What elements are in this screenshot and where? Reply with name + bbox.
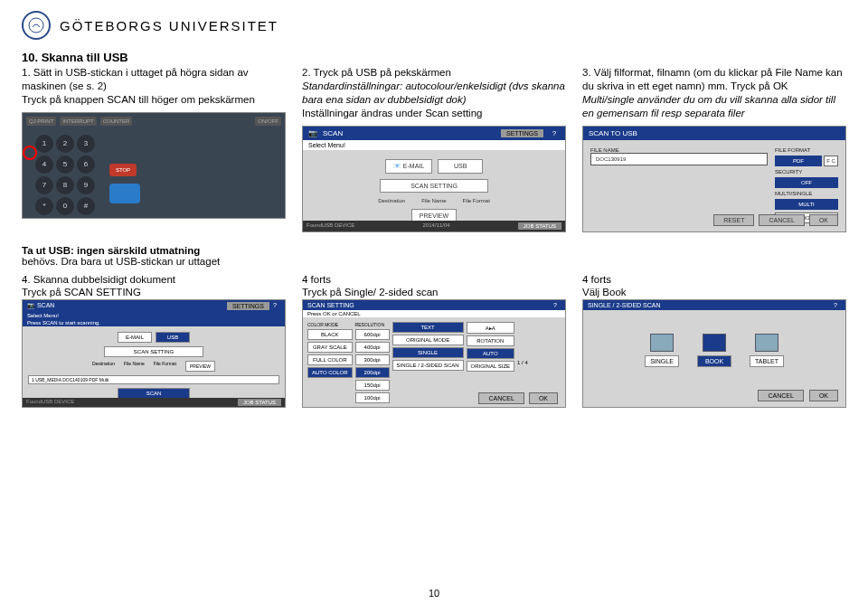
date-label: 2014/11/04	[423, 222, 450, 230]
scan-title: SCAN	[323, 129, 343, 137]
ss2-scanset: SCAN SETTING	[104, 346, 203, 357]
ss2-preview: PREVIEW	[185, 361, 215, 372]
job-status: JOB STATUS	[518, 222, 561, 230]
opt-400: 400dpi	[355, 342, 390, 353]
university-logo	[22, 11, 51, 40]
btn-qjprint: QJ PRINT	[26, 117, 56, 126]
start-button	[109, 184, 140, 203]
pill-fc: F C	[824, 156, 838, 166]
s2s-book: BOOK	[697, 355, 731, 367]
usb-tile: USB	[438, 159, 483, 174]
step-2-text: 2. Tryck på USB på pekskärmen	[302, 66, 566, 80]
lbl-fn: File Name	[421, 198, 446, 203]
scan-setting-tile: SCAN SETTING	[380, 179, 488, 193]
highlight-scan-button	[23, 146, 37, 160]
s2s-title: SINGLE / 2-SIDED SCAN	[588, 302, 661, 308]
lbl-res: RESOLUTION	[355, 322, 390, 327]
opt-fullcolor: FULL COLOR	[307, 354, 353, 365]
scset-press: Press OK or CANCEL	[303, 310, 565, 317]
scan-to-usb-thumb: SCAN TO USB FILE NAME DOC130919 FILE FOR…	[582, 126, 846, 232]
opt-auto: AUTO	[467, 348, 514, 359]
lbl-dest: Destination	[378, 198, 405, 203]
num-5: 5	[56, 156, 74, 174]
ss2-ff: File Format	[154, 361, 176, 372]
num-hash: #	[77, 197, 95, 215]
scset-title: SCAN SETTING	[307, 302, 354, 308]
page-number: 10	[429, 588, 439, 599]
btn-interrupt: INTERRUPT	[60, 117, 96, 126]
ss2-found: FoundUSB DEVICE	[26, 399, 74, 406]
opt-aa: A▸A	[467, 322, 514, 334]
opt-text: TEXT	[392, 322, 464, 333]
step-1b-text: Tryck på knappen SCAN till höger om peks…	[22, 93, 286, 107]
val-filename: DOC130919	[590, 153, 768, 165]
num-0: 0	[56, 197, 74, 215]
num-6: 6	[77, 156, 95, 174]
ss2-title: SCAN	[37, 302, 54, 310]
step-2-italic: Standardinställningar: autocolour/enkels…	[302, 80, 566, 107]
select-menu: Select Menu!	[303, 140, 565, 150]
lower-columns: 4. Skanna dubbelsidigt dokument Tryck på…	[22, 274, 846, 408]
opt-single: SINGLE	[392, 347, 464, 358]
scan-screen-2-thumb: 📷 SCANSETTINGS? Select Menu! Press SCAN …	[22, 299, 286, 408]
lower-col-3: 4 forts Välj Book SINGLE / 2-SIDED SCAN?…	[582, 274, 846, 408]
lc1-sub: Tryck på SCAN SETTING	[22, 287, 286, 297]
section-title: 10. Skanna till USB	[22, 51, 846, 64]
ss2-dest: Destination	[92, 361, 115, 372]
num-star: *	[35, 197, 53, 215]
scset-ok: OK	[529, 392, 558, 404]
lbl-colormode: COLOR MODE	[307, 322, 353, 327]
help-icon: ?	[549, 129, 560, 137]
step-2c: Inställningar ändras under Scan setting	[302, 107, 566, 120]
num-4: 4	[35, 156, 53, 174]
col-3: 3. Välj filformat, filnamn (om du klicka…	[582, 66, 846, 232]
s2s-tablet: TABLET	[750, 355, 784, 367]
scset-q: ?	[550, 302, 561, 308]
s2s-ok: OK	[809, 390, 838, 401]
opt-600: 600dpi	[355, 329, 390, 340]
settings-button: SETTINGS	[501, 129, 543, 137]
opt-s2s: SINGLE / 2-SIDED SCAN	[392, 360, 464, 371]
lc3-sub: Välj Book	[582, 287, 846, 297]
lbl-multisingle: MULTI/SINGLE	[775, 191, 838, 196]
ok-button: OK	[809, 214, 838, 226]
usb-note-2: behövs. Dra bara ut USB-stickan ur uttag…	[22, 256, 846, 267]
lc1-title: 4. Skanna dubbelsidigt dokument	[22, 274, 286, 285]
num-7: 7	[35, 176, 53, 194]
page-header: GÖTEBORGS UNIVERSITET	[22, 11, 846, 40]
opt-100: 100dpi	[355, 392, 390, 403]
found-usb: FoundUSB DEVICE	[307, 222, 354, 230]
opt-rotation: ROTATION	[467, 335, 514, 346]
ss2-email: E-MAIL	[118, 332, 152, 343]
opt-200: 200dpi	[355, 367, 390, 378]
ss2-row: 1 USB_MEDIA DOC140109 PDF Multi	[28, 375, 279, 384]
opt-150: 150dpi	[355, 380, 390, 391]
s2s-cancel: CANCEL	[758, 390, 803, 401]
stop-button: STOP	[109, 164, 137, 176]
step-1-text: 1. Sätt in USB-stickan i uttaget på högr…	[22, 66, 286, 93]
num-2: 2	[56, 135, 74, 153]
instruction-columns: 1. Sätt in USB-stickan i uttaget på högr…	[22, 66, 846, 232]
svg-point-0	[29, 18, 43, 33]
lbl-ff: File Format	[463, 198, 490, 203]
pager: 1 / 4	[517, 360, 528, 365]
lc2-title: 4 forts	[302, 274, 566, 285]
pill-multi: MULTI	[775, 199, 838, 210]
usb-note-1: Ta ut USB: ingen särskild utmatning	[22, 245, 200, 256]
col-2: 2. Tryck på USB på pekskärmen Standardin…	[302, 66, 566, 232]
numpad: 123 456 789 *0#	[35, 135, 95, 215]
single-2sided-thumb: SINGLE / 2-SIDED SCAN? SINGLE BOOK TABLE…	[582, 299, 846, 408]
opt-gray: GRAY SCALE	[307, 342, 353, 353]
num-3: 3	[77, 135, 95, 153]
btn-counter: COUNTER	[100, 117, 133, 126]
ss2-select: Select Menu!	[23, 312, 285, 319]
col-1: 1. Sätt in USB-stickan i uttaget på högr…	[22, 66, 286, 232]
pill-off: OFF	[775, 177, 838, 188]
num-1: 1	[35, 135, 53, 153]
s2s-q: ?	[830, 302, 841, 308]
step-3-italic: Multi/single använder du om du vill skan…	[582, 93, 846, 120]
lbl-security: SECURITY	[775, 169, 838, 175]
ss2-q: ?	[269, 302, 280, 310]
scan-screen-thumb: 📷SCAN SETTINGS ? Select Menu! 📧 E-MAIL U…	[302, 126, 566, 232]
pill-pdf: PDF	[775, 156, 822, 166]
